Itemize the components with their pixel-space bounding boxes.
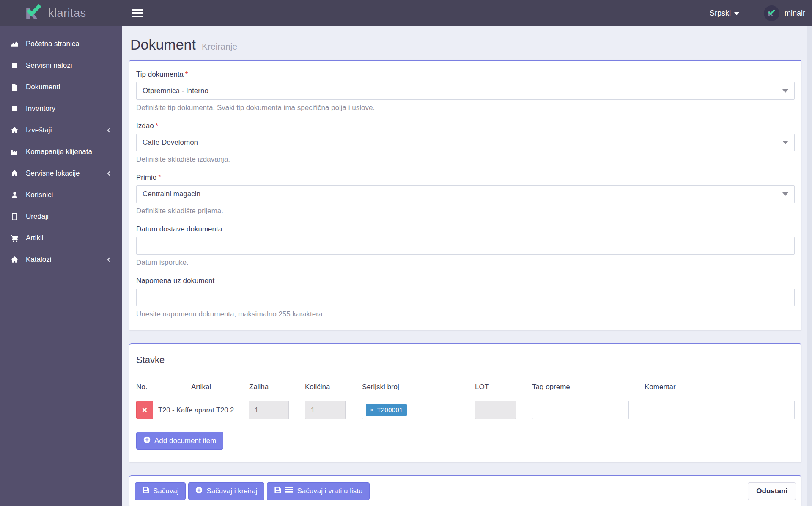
chevron-down-icon: [782, 89, 788, 93]
save-icon: [142, 487, 149, 496]
field-help: Definišite skladište izdavanja.: [136, 155, 795, 164]
sidebar-item-dokumenti[interactable]: Dokumenti: [0, 76, 122, 98]
note-icon: [9, 105, 19, 112]
home-icon: [9, 256, 19, 263]
col-artikal: Artikal: [153, 383, 249, 391]
remove-tag-icon[interactable]: ×: [370, 407, 373, 413]
field-help: Definišite skladište prijema.: [136, 207, 795, 215]
actions-bar: Sačuvaj Sačuvaj i kreiraj Sačuvaj i vrat…: [129, 475, 801, 506]
chevron-left-icon: [107, 127, 111, 133]
col-serijski-broj: Serijski broj: [362, 383, 458, 391]
field-napomena: Napomena uz dokument Unesite napomenu do…: [136, 277, 795, 319]
menu-toggle-icon[interactable]: [132, 9, 143, 17]
datum-dostave-input[interactable]: [136, 237, 795, 255]
col-komentar: Komentar: [645, 383, 795, 391]
divider: [129, 375, 801, 375]
serijski-broj-input[interactable]: × T200001: [362, 401, 458, 419]
klaritas-logo-icon: [25, 4, 42, 22]
field-label: Izdao: [136, 122, 154, 130]
required-asterisk: *: [158, 173, 161, 182]
sidebar-item-artikli[interactable]: Artikli: [0, 227, 122, 249]
avatar[interactable]: [764, 6, 779, 21]
sidebar-item-komapanije-klijenata[interactable]: Komapanije klijenata: [0, 141, 122, 162]
required-asterisk: *: [156, 122, 159, 130]
field-datum-dostave: Datum dostave dokumenta Datum isporuke.: [136, 225, 795, 267]
sidebar-item-katalozi[interactable]: Katalozi: [0, 249, 122, 270]
plus-circle-icon: [195, 487, 203, 496]
col-lot: LOT: [475, 383, 516, 391]
serial-tag-label: T200001: [377, 406, 403, 414]
language-dropdown[interactable]: Srpski: [710, 9, 739, 18]
napomena-input[interactable]: [136, 289, 795, 306]
document-form-card: Tip dokumenta* Otpremnica - Interno Defi…: [129, 60, 801, 330]
chart-area-icon: [9, 40, 19, 48]
field-izdao: Izdao* Caffe Develomon Definišite skladi…: [136, 122, 795, 164]
language-label: Srpski: [710, 9, 731, 18]
navbar-right: Srpski minalr: [710, 6, 812, 21]
serial-tag-chip: × T200001: [366, 404, 407, 416]
col-no: No.: [136, 383, 153, 391]
sidebar-item-pocetna-stranica[interactable]: Početna stranica: [0, 33, 122, 55]
col-tag-opreme: Tag opreme: [532, 383, 629, 391]
sidebar-item-korisnici[interactable]: Korisnici: [0, 184, 122, 206]
sidebar-item-izvestaji[interactable]: Izveštaji: [0, 119, 122, 141]
artikal-select[interactable]: T20 - Kaffe aparat T20 2...: [153, 401, 249, 419]
brand[interactable]: klaritas: [0, 4, 122, 22]
select-value: Centralni magacin: [143, 190, 200, 198]
items-card: Stavke No. Artikal Zaliha Količina Serij…: [129, 343, 801, 462]
page-subtitle: Kreiranje: [202, 41, 237, 52]
main-content: Dokument Kreiranje Tip dokumenta* Otprem…: [122, 26, 812, 506]
field-tip-dokumenta: Tip dokumenta* Otpremnica - Interno Defi…: [136, 70, 795, 112]
industry-icon: [9, 148, 19, 155]
save-and-create-button[interactable]: Sačuvaj i kreiraj: [188, 482, 264, 500]
items-title: Stavke: [136, 355, 795, 366]
chevron-left-icon: [107, 257, 111, 263]
save-and-return-button[interactable]: Sačuvaj i vrati u listu: [267, 482, 370, 500]
chevron-left-icon: [107, 170, 111, 176]
items-table-header: No. Artikal Zaliha Količina Serijski bro…: [136, 383, 795, 391]
scrollbar[interactable]: [807, 26, 812, 506]
col-zaliha: Zaliha: [249, 383, 289, 391]
save-icon: [274, 487, 281, 496]
field-label: Tip dokumenta: [136, 70, 184, 78]
izdao-select[interactable]: Caffe Develomon: [136, 134, 795, 151]
lot-input: [475, 401, 516, 419]
sidebar-item-uredjaji[interactable]: Uređaji: [0, 206, 122, 227]
tag-opreme-input[interactable]: [532, 401, 629, 419]
field-help: Definišite tip dokumenta. Svaki tip doku…: [136, 104, 795, 112]
cart-icon: [9, 234, 19, 242]
field-label: Napomena uz dokument: [136, 277, 214, 285]
cancel-button[interactable]: Odustani: [748, 482, 796, 500]
primio-select[interactable]: Centralni magacin: [136, 185, 795, 203]
chevron-down-icon: [734, 12, 739, 15]
chevron-down-icon: [782, 141, 788, 144]
chevron-down-icon: [782, 192, 788, 196]
kolicina-input: 1: [305, 401, 346, 419]
add-document-item-button[interactable]: Add document item: [136, 432, 223, 450]
required-asterisk: *: [185, 70, 188, 78]
sidebar-item-inventory[interactable]: Inventory: [0, 98, 122, 119]
field-help: Unesite napomenu dokumenta, maksimalno 2…: [136, 310, 795, 319]
col-kolicina: Količina: [305, 383, 346, 391]
file-icon: [9, 83, 19, 91]
sidebar-item-servisne-lokacije[interactable]: Servisne lokacije: [0, 162, 122, 184]
delete-item-button[interactable]: ✕: [136, 401, 153, 419]
select-value: Otpremnica - Interno: [143, 87, 208, 95]
field-primio: Primio* Centralni magacin Definišite skl…: [136, 173, 795, 215]
plus-circle-icon: [143, 436, 151, 446]
home-icon: [9, 126, 19, 134]
field-label: Datum dostave dokumenta: [136, 225, 222, 233]
save-button[interactable]: Sačuvaj: [135, 482, 186, 500]
list-icon: [285, 487, 293, 495]
avatar-logo-icon: [767, 9, 776, 17]
user-icon: [9, 191, 19, 198]
tip-dokumenta-select[interactable]: Otpremnica - Interno: [136, 82, 795, 100]
sidebar-item-servisni-nalozi[interactable]: Servisni nalozi: [0, 55, 122, 76]
field-help: Datum isporuke.: [136, 258, 795, 267]
zaliha-value: 1: [249, 401, 289, 419]
top-navbar: klaritas Srpski minalr: [0, 0, 812, 26]
page-header: Dokument Kreiranje: [130, 36, 801, 53]
username[interactable]: minalr: [785, 9, 805, 18]
komentar-input[interactable]: [645, 401, 795, 419]
field-label: Primio: [136, 173, 156, 182]
